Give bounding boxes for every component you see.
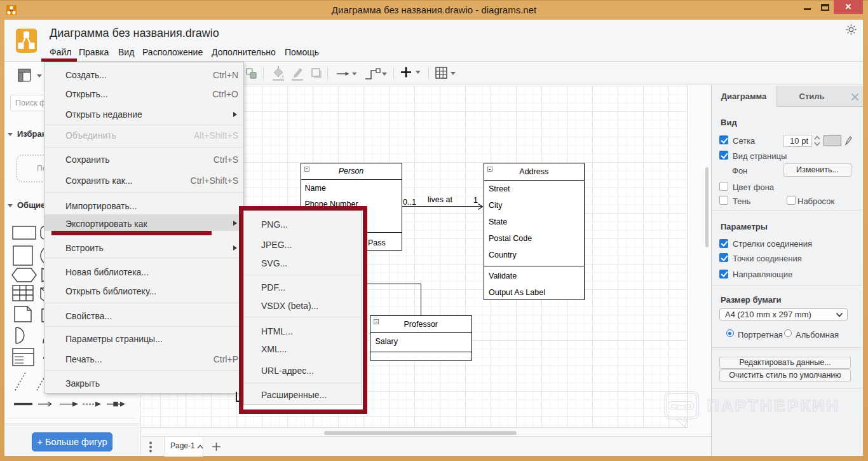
svg-text:ПАРТНЕРКИН: ПАРТНЕРКИН	[707, 396, 840, 415]
